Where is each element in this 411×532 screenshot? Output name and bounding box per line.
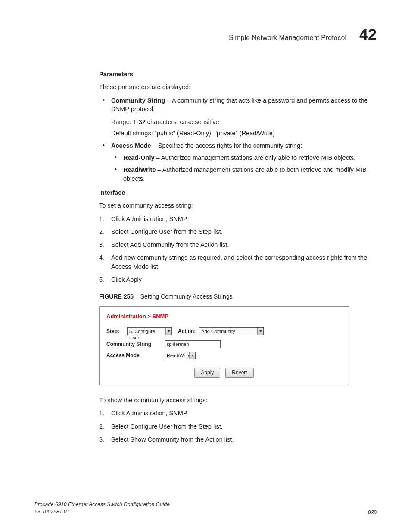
- sub-read-write: Read/Write – Authorized management stati…: [111, 165, 377, 183]
- param-community-string: Community String – A community string th…: [99, 96, 377, 138]
- access-mode-row: Access Mode Read/Write: [106, 352, 342, 359]
- page-header: Simple Network Management Protocol 42: [34, 26, 377, 44]
- footer-page-number: 939: [368, 510, 377, 516]
- param-defaults: Default strings: "public" (Read-Only), "…: [111, 129, 377, 137]
- parameters-intro: These parameters are displayed:: [99, 83, 377, 91]
- param-desc: – Specifies the access rights for the co…: [151, 142, 302, 149]
- footer-doc-num: 53-1002581-01: [34, 508, 170, 516]
- chevron-down-icon: [257, 328, 263, 335]
- step-item: Click Administration, SNMP.: [99, 409, 377, 417]
- parameters-heading: Parameters: [99, 70, 377, 78]
- chevron-down-icon: [189, 352, 195, 359]
- action-select-value: Add Community: [201, 329, 235, 334]
- page-content: Parameters These parameters are displaye…: [99, 70, 377, 444]
- action-label: Action:: [178, 328, 196, 335]
- param-range: Range: 1-32 characters, case sensitive: [111, 118, 377, 126]
- step-label: Step:: [106, 328, 124, 335]
- step-item: Click Apply: [99, 275, 377, 284]
- step-select[interactable]: 5. Configure User: [127, 327, 172, 335]
- step-item: Add new community strings as required, a…: [99, 253, 377, 271]
- access-mode-value: Read/Write: [167, 353, 190, 358]
- step-item: Select Configure User from the Step list…: [99, 422, 377, 431]
- interface-heading: Interface: [99, 188, 377, 197]
- step-item: Select Configure User from the Step list…: [99, 227, 377, 236]
- header-title: Simple Network Management Protocol: [229, 34, 346, 42]
- access-mode-sublist: Read-Only – Authorized management statio…: [111, 153, 377, 183]
- page-footer: Brocade 6910 Ethernet Access Switch Conf…: [34, 501, 377, 516]
- sub-term: Read/Write: [123, 166, 156, 173]
- community-string-label: Community String: [106, 341, 165, 348]
- step-item: Click Administration, SNMP.: [99, 215, 377, 223]
- show-intro: To show the community access strings:: [99, 396, 377, 404]
- figure-step-action-row: Step: 5. Configure User Action: Add Comm…: [106, 327, 342, 335]
- access-mode-select[interactable]: Read/Write: [165, 352, 196, 359]
- sub-term: Read-Only: [123, 154, 155, 161]
- param-term: Access Mode: [111, 142, 151, 149]
- sub-desc: – Authorized management stations are onl…: [155, 154, 356, 161]
- community-string-value: spiderman: [167, 342, 189, 347]
- figure-caption: FIGURE 256 Setting Community Access Stri…: [99, 292, 377, 301]
- footer-doc-title: Brocade 6910 Ethernet Access Switch Conf…: [34, 501, 170, 508]
- figure-screenshot: Administration > SNMP Step: 5. Configure…: [99, 306, 349, 385]
- apply-button[interactable]: Apply: [194, 368, 220, 378]
- step-item: Select Add Community from the Action lis…: [99, 240, 377, 249]
- footer-doc-info: Brocade 6910 Ethernet Access Switch Conf…: [34, 501, 170, 516]
- step-select-value: 5. Configure User: [129, 329, 155, 340]
- chapter-number: 42: [359, 26, 377, 44]
- sub-desc: – Authorized management stations are abl…: [123, 166, 367, 182]
- param-term: Community String: [111, 97, 165, 104]
- parameters-list: Community String – A community string th…: [99, 96, 377, 183]
- chevron-down-icon: [165, 328, 171, 335]
- figure-btn-row: Apply Revert: [106, 368, 342, 378]
- step-item: Select Show Community from the Action li…: [99, 435, 377, 444]
- param-access-mode: Access Mode – Specifies the access right…: [99, 141, 377, 183]
- community-string-row: Community String spiderman: [106, 340, 342, 348]
- figure-breadcrumb: Administration > SNMP: [106, 313, 342, 320]
- figure-label: FIGURE 256: [99, 293, 134, 300]
- revert-button[interactable]: Revert: [225, 368, 253, 378]
- interface-intro: To set a community access string:: [99, 201, 377, 210]
- community-string-input[interactable]: spiderman: [165, 340, 221, 348]
- interface-steps: Click Administration, SNMP. Select Confi…: [99, 215, 377, 284]
- access-mode-label: Access Mode: [106, 352, 165, 359]
- action-select[interactable]: Add Community: [199, 327, 264, 335]
- show-steps: Click Administration, SNMP. Select Confi…: [99, 409, 377, 444]
- sub-read-only: Read-Only – Authorized management statio…: [111, 153, 377, 162]
- figure-caption-text: Setting Community Access Strings: [140, 293, 233, 300]
